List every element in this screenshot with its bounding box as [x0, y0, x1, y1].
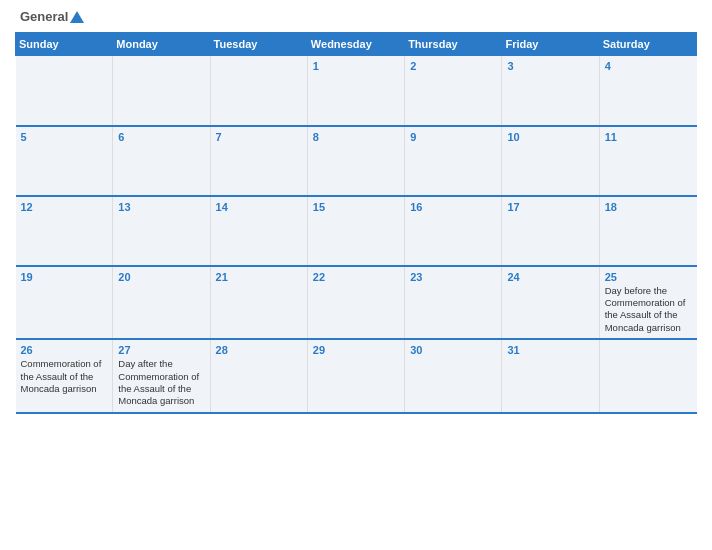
- calendar-cell: 16: [405, 196, 502, 266]
- day-number: 3: [507, 60, 593, 72]
- day-number: 29: [313, 344, 399, 356]
- day-number: 28: [216, 344, 302, 356]
- calendar-cell: 24: [502, 266, 599, 339]
- calendar-cell: 17: [502, 196, 599, 266]
- day-number: 12: [21, 201, 108, 213]
- calendar-table: SundayMondayTuesdayWednesdayThursdayFrid…: [15, 32, 697, 413]
- day-number: 15: [313, 201, 399, 213]
- calendar-cell: 14: [210, 196, 307, 266]
- day-number: 11: [605, 131, 692, 143]
- calendar-cell: 18: [599, 196, 696, 266]
- calendar-cell: 7: [210, 126, 307, 196]
- weekday-friday: Friday: [502, 33, 599, 56]
- day-number: 22: [313, 271, 399, 283]
- day-number: 25: [605, 271, 692, 283]
- calendar-cell: 30: [405, 339, 502, 412]
- day-number: 18: [605, 201, 692, 213]
- day-number: 5: [21, 131, 108, 143]
- calendar-cell: 25Day before the Commemoration of the As…: [599, 266, 696, 339]
- week-row-4: 19202122232425Day before the Commemorati…: [16, 266, 697, 339]
- day-number: 24: [507, 271, 593, 283]
- weekday-wednesday: Wednesday: [307, 33, 404, 56]
- weekday-tuesday: Tuesday: [210, 33, 307, 56]
- calendar-cell: 13: [113, 196, 210, 266]
- calendar-cell: 10: [502, 126, 599, 196]
- day-number: 31: [507, 344, 593, 356]
- week-row-2: 567891011: [16, 126, 697, 196]
- week-row-1: 1234: [16, 56, 697, 126]
- calendar-cell: 31: [502, 339, 599, 412]
- day-number: 20: [118, 271, 204, 283]
- day-number: 21: [216, 271, 302, 283]
- day-number: 30: [410, 344, 496, 356]
- calendar-cell: [16, 56, 113, 126]
- day-number: 19: [21, 271, 108, 283]
- calendar-cell: 2: [405, 56, 502, 126]
- calendar-cell: 29: [307, 339, 404, 412]
- week-row-5: 26Commemoration of the Assault of the Mo…: [16, 339, 697, 412]
- calendar-cell: 22: [307, 266, 404, 339]
- calendar-cell: 26Commemoration of the Assault of the Mo…: [16, 339, 113, 412]
- day-number: 6: [118, 131, 204, 143]
- calendar-cell: 23: [405, 266, 502, 339]
- calendar-cell: 4: [599, 56, 696, 126]
- day-number: 9: [410, 131, 496, 143]
- event-text: Day before the Commemoration of the Assa…: [605, 285, 692, 334]
- logo-general-label: General: [20, 10, 84, 24]
- event-text: Commemoration of the Assault of the Monc…: [21, 358, 108, 395]
- calendar-cell: 1: [307, 56, 404, 126]
- day-number: 1: [313, 60, 399, 72]
- weekday-sunday: Sunday: [16, 33, 113, 56]
- calendar-cell: [113, 56, 210, 126]
- calendar-cell: 21: [210, 266, 307, 339]
- day-number: 13: [118, 201, 204, 213]
- calendar-cell: 27Day after the Commemoration of the Ass…: [113, 339, 210, 412]
- calendar-cell: 12: [16, 196, 113, 266]
- day-number: 2: [410, 60, 496, 72]
- day-number: 26: [21, 344, 108, 356]
- weekday-thursday: Thursday: [405, 33, 502, 56]
- day-number: 7: [216, 131, 302, 143]
- calendar-cell: 6: [113, 126, 210, 196]
- day-number: 23: [410, 271, 496, 283]
- weekday-monday: Monday: [113, 33, 210, 56]
- calendar-cell: 3: [502, 56, 599, 126]
- calendar-wrapper: General SundayMondayTuesdayWednesdayThur…: [0, 0, 712, 550]
- day-number: 27: [118, 344, 204, 356]
- weekday-header-row: SundayMondayTuesdayWednesdayThursdayFrid…: [16, 33, 697, 56]
- day-number: 8: [313, 131, 399, 143]
- event-text: Day after the Commemoration of the Assau…: [118, 358, 204, 407]
- day-number: 16: [410, 201, 496, 213]
- calendar-cell: 28: [210, 339, 307, 412]
- calendar-cell: 15: [307, 196, 404, 266]
- day-number: 4: [605, 60, 692, 72]
- calendar-cell: 9: [405, 126, 502, 196]
- day-number: 17: [507, 201, 593, 213]
- day-number: 10: [507, 131, 593, 143]
- calendar-cell: 19: [16, 266, 113, 339]
- calendar-cell: 8: [307, 126, 404, 196]
- calendar-cell: [210, 56, 307, 126]
- weekday-saturday: Saturday: [599, 33, 696, 56]
- calendar-cell: 5: [16, 126, 113, 196]
- calendar-header: General: [15, 10, 697, 24]
- logo-full: General: [20, 10, 84, 24]
- week-row-3: 12131415161718: [16, 196, 697, 266]
- calendar-cell: 20: [113, 266, 210, 339]
- day-number: 14: [216, 201, 302, 213]
- calendar-cell: [599, 339, 696, 412]
- calendar-cell: 11: [599, 126, 696, 196]
